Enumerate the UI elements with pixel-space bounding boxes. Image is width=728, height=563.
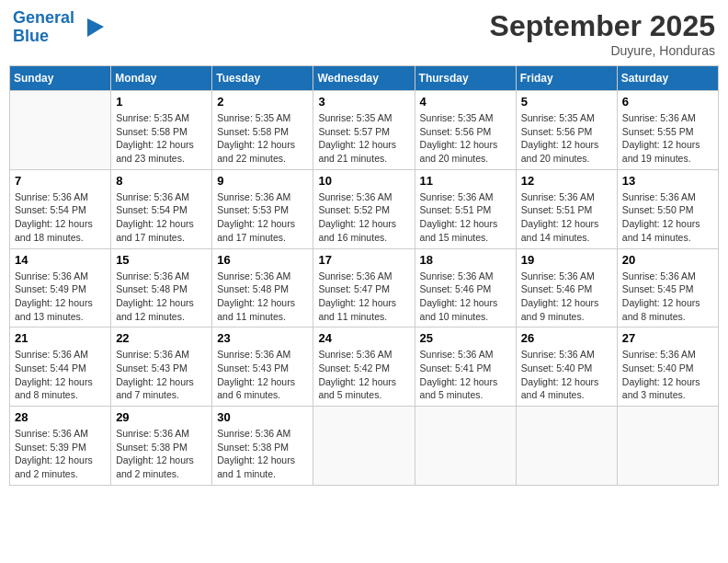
day-number: 3 (318, 95, 409, 109)
calendar-day-cell: 16Sunrise: 5:36 AM Sunset: 5:48 PM Dayli… (212, 248, 313, 327)
day-number: 25 (420, 331, 511, 345)
calendar-header-row: SundayMondayTuesdayWednesdayThursdayFrid… (10, 66, 719, 91)
day-number: 7 (15, 174, 106, 188)
day-number: 30 (217, 410, 308, 424)
day-info: Sunrise: 5:36 AM Sunset: 5:44 PM Dayligh… (15, 348, 106, 402)
day-info: Sunrise: 5:36 AM Sunset: 5:45 PM Dayligh… (622, 270, 713, 324)
logo-text: General Blue (13, 9, 74, 46)
day-number: 22 (116, 331, 207, 345)
day-number: 19 (521, 253, 612, 267)
day-number: 14 (15, 253, 106, 267)
weekday-header-tuesday: Tuesday (212, 66, 313, 91)
day-info: Sunrise: 5:36 AM Sunset: 5:55 PM Dayligh… (622, 111, 713, 166)
day-info: Sunrise: 5:36 AM Sunset: 5:46 PM Dayligh… (420, 270, 511, 324)
calendar-week-row: 7Sunrise: 5:36 AM Sunset: 5:54 PM Daylig… (10, 169, 719, 248)
day-number: 11 (420, 174, 511, 188)
calendar-week-row: 14Sunrise: 5:36 AM Sunset: 5:49 PM Dayli… (10, 248, 719, 327)
calendar-day-cell: 27Sunrise: 5:36 AM Sunset: 5:40 PM Dayli… (617, 327, 718, 407)
calendar-week-row: 1Sunrise: 5:35 AM Sunset: 5:58 PM Daylig… (10, 91, 719, 170)
calendar-day-cell: 7Sunrise: 5:36 AM Sunset: 5:54 PM Daylig… (10, 169, 111, 248)
day-number: 28 (15, 410, 106, 424)
weekday-header-thursday: Thursday (415, 66, 516, 91)
day-info: Sunrise: 5:36 AM Sunset: 5:39 PM Dayligh… (15, 427, 106, 481)
day-number: 24 (318, 331, 409, 345)
logo-icon (78, 14, 106, 41)
calendar-day-cell (415, 407, 516, 486)
calendar-day-cell: 21Sunrise: 5:36 AM Sunset: 5:44 PM Dayli… (10, 327, 111, 407)
day-info: Sunrise: 5:36 AM Sunset: 5:48 PM Dayligh… (116, 270, 207, 324)
day-info: Sunrise: 5:36 AM Sunset: 5:40 PM Dayligh… (622, 348, 713, 402)
month-title: September 2025 (490, 9, 715, 43)
day-info: Sunrise: 5:36 AM Sunset: 5:48 PM Dayligh… (217, 270, 308, 324)
day-number: 9 (217, 174, 308, 188)
calendar-day-cell: 23Sunrise: 5:36 AM Sunset: 5:43 PM Dayli… (212, 327, 313, 407)
weekday-header-sunday: Sunday (10, 66, 111, 91)
day-info: Sunrise: 5:36 AM Sunset: 5:46 PM Dayligh… (521, 270, 612, 324)
calendar-day-cell: 30Sunrise: 5:36 AM Sunset: 5:38 PM Dayli… (212, 407, 313, 486)
calendar-day-cell: 9Sunrise: 5:36 AM Sunset: 5:53 PM Daylig… (212, 169, 313, 248)
calendar-day-cell: 24Sunrise: 5:36 AM Sunset: 5:42 PM Dayli… (313, 327, 415, 407)
day-number: 18 (420, 253, 511, 267)
day-number: 8 (116, 174, 207, 188)
logo: General Blue (13, 9, 106, 46)
calendar-day-cell: 2Sunrise: 5:35 AM Sunset: 5:58 PM Daylig… (212, 91, 313, 170)
calendar-day-cell: 3Sunrise: 5:35 AM Sunset: 5:57 PM Daylig… (313, 91, 415, 170)
calendar-day-cell: 8Sunrise: 5:36 AM Sunset: 5:54 PM Daylig… (111, 169, 212, 248)
svg-marker-0 (87, 18, 104, 37)
calendar-day-cell: 10Sunrise: 5:36 AM Sunset: 5:52 PM Dayli… (313, 169, 415, 248)
calendar-day-cell: 20Sunrise: 5:36 AM Sunset: 5:45 PM Dayli… (617, 248, 718, 327)
day-info: Sunrise: 5:35 AM Sunset: 5:56 PM Dayligh… (521, 111, 612, 166)
day-info: Sunrise: 5:36 AM Sunset: 5:51 PM Dayligh… (420, 190, 511, 245)
calendar-table: SundayMondayTuesdayWednesdayThursdayFrid… (9, 65, 719, 486)
day-info: Sunrise: 5:36 AM Sunset: 5:40 PM Dayligh… (521, 348, 612, 402)
day-number: 12 (521, 174, 612, 188)
calendar-day-cell (313, 407, 415, 486)
weekday-header-monday: Monday (111, 66, 212, 91)
day-number: 20 (622, 253, 713, 267)
calendar-day-cell: 4Sunrise: 5:35 AM Sunset: 5:56 PM Daylig… (415, 91, 516, 170)
calendar-day-cell: 1Sunrise: 5:35 AM Sunset: 5:58 PM Daylig… (111, 91, 212, 170)
day-info: Sunrise: 5:36 AM Sunset: 5:38 PM Dayligh… (116, 427, 207, 481)
weekday-header-wednesday: Wednesday (313, 66, 415, 91)
calendar-week-row: 28Sunrise: 5:36 AM Sunset: 5:39 PM Dayli… (10, 407, 719, 486)
day-number: 16 (217, 253, 308, 267)
calendar-day-cell: 22Sunrise: 5:36 AM Sunset: 5:43 PM Dayli… (111, 327, 212, 407)
day-info: Sunrise: 5:35 AM Sunset: 5:56 PM Dayligh… (420, 111, 511, 166)
day-info: Sunrise: 5:36 AM Sunset: 5:43 PM Dayligh… (217, 348, 308, 402)
calendar-day-cell: 13Sunrise: 5:36 AM Sunset: 5:50 PM Dayli… (617, 169, 718, 248)
day-info: Sunrise: 5:35 AM Sunset: 5:58 PM Dayligh… (217, 111, 308, 166)
day-number: 26 (521, 331, 612, 345)
calendar-day-cell: 5Sunrise: 5:35 AM Sunset: 5:56 PM Daylig… (516, 91, 617, 170)
day-number: 2 (217, 95, 308, 109)
calendar-day-cell: 17Sunrise: 5:36 AM Sunset: 5:47 PM Dayli… (313, 248, 415, 327)
calendar-day-cell: 11Sunrise: 5:36 AM Sunset: 5:51 PM Dayli… (415, 169, 516, 248)
day-info: Sunrise: 5:36 AM Sunset: 5:54 PM Dayligh… (116, 190, 207, 245)
calendar-day-cell: 25Sunrise: 5:36 AM Sunset: 5:41 PM Dayli… (415, 327, 516, 407)
calendar-day-cell: 28Sunrise: 5:36 AM Sunset: 5:39 PM Dayli… (10, 407, 111, 486)
day-info: Sunrise: 5:36 AM Sunset: 5:41 PM Dayligh… (420, 348, 511, 402)
weekday-header-saturday: Saturday (617, 66, 718, 91)
calendar-day-cell: 29Sunrise: 5:36 AM Sunset: 5:38 PM Dayli… (111, 407, 212, 486)
day-number: 23 (217, 331, 308, 345)
calendar-day-cell (10, 91, 111, 170)
day-info: Sunrise: 5:36 AM Sunset: 5:52 PM Dayligh… (318, 190, 409, 245)
calendar-day-cell: 26Sunrise: 5:36 AM Sunset: 5:40 PM Dayli… (516, 327, 617, 407)
day-info: Sunrise: 5:36 AM Sunset: 5:53 PM Dayligh… (217, 190, 308, 245)
day-info: Sunrise: 5:36 AM Sunset: 5:47 PM Dayligh… (318, 270, 409, 324)
day-number: 10 (318, 174, 409, 188)
day-number: 4 (420, 95, 511, 109)
calendar-day-cell: 14Sunrise: 5:36 AM Sunset: 5:49 PM Dayli… (10, 248, 111, 327)
location: Duyure, Honduras (490, 43, 715, 58)
day-info: Sunrise: 5:36 AM Sunset: 5:42 PM Dayligh… (318, 348, 409, 402)
weekday-header-friday: Friday (516, 66, 617, 91)
day-number: 27 (622, 331, 713, 345)
calendar-day-cell: 6Sunrise: 5:36 AM Sunset: 5:55 PM Daylig… (617, 91, 718, 170)
calendar-day-cell: 12Sunrise: 5:36 AM Sunset: 5:51 PM Dayli… (516, 169, 617, 248)
day-info: Sunrise: 5:36 AM Sunset: 5:38 PM Dayligh… (217, 427, 308, 481)
day-info: Sunrise: 5:36 AM Sunset: 5:49 PM Dayligh… (15, 270, 106, 324)
calendar-day-cell (516, 407, 617, 486)
day-number: 6 (622, 95, 713, 109)
day-number: 21 (15, 331, 106, 345)
calendar-day-cell: 18Sunrise: 5:36 AM Sunset: 5:46 PM Dayli… (415, 248, 516, 327)
day-number: 15 (116, 253, 207, 267)
